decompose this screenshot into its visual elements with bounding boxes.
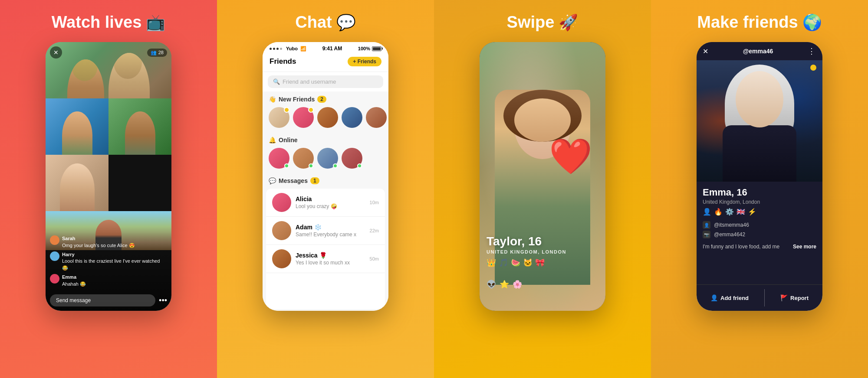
- action-divider: [764, 289, 765, 306]
- messages-badge: 1: [310, 177, 319, 184]
- chat-title-heading: Chat 💬: [295, 13, 355, 32]
- swipe-interest-emojis: 👑 🎵 🍉 🐱 🎀: [487, 258, 598, 267]
- report-icon: 🚩: [780, 294, 788, 301]
- swipe-panel: Swipe 🚀 ❤️ Taylor, 16 UNITED KINGDOM, Lo…: [434, 0, 651, 378]
- profile-link-2: 📷 @emma4642: [703, 231, 816, 238]
- profile-actions: 👤 Add friend 🚩 Report: [697, 284, 822, 311]
- new-friend-4[interactable]: [342, 107, 362, 128]
- online-friend-2[interactable]: [293, 148, 314, 169]
- avatar-circle: [342, 107, 362, 128]
- live-cell-friend: [108, 98, 171, 155]
- live-screen: ✕ 👥 28 Sarah Omg your laugh's so cute Al…: [46, 42, 171, 311]
- online-indicator: [284, 163, 289, 168]
- online-indicator: [333, 163, 338, 168]
- swipe-location: UNITED KINGDOM, London: [487, 249, 598, 254]
- msg-content-adam: Adam ❄️ Same!! Everybody came x: [296, 224, 365, 238]
- watch-lives-phone: ✕ 👥 28 Sarah Omg your laugh's so cute Al…: [46, 42, 171, 311]
- online-section-header: 🔔 Online: [263, 132, 388, 146]
- profile-photo: [697, 60, 822, 182]
- search-box[interactable]: 🔍 Friend and username: [268, 75, 383, 88]
- battery-icon: [372, 46, 381, 51]
- live-send-input[interactable]: Send message: [50, 294, 155, 306]
- msg-time-adam: 22m: [370, 228, 379, 233]
- message-row-alicia[interactable]: Alicia Lool you crazy 🤪 10m: [266, 189, 385, 217]
- watch-lives-panel: Watch lives 📺: [0, 0, 217, 378]
- swipe-title-heading: Swipe 🚀: [507, 13, 579, 32]
- new-friend-5[interactable]: [366, 107, 387, 128]
- report-button[interactable]: 🚩 Report: [780, 289, 809, 306]
- see-more-btn[interactable]: See more: [793, 244, 816, 250]
- make-friends-panel: Make friends 🌍 ✕ @emma46 ⋮: [651, 0, 868, 378]
- live-dots: •••: [159, 296, 167, 305]
- new-friend-1[interactable]: [269, 107, 289, 128]
- new-friend-2[interactable]: [293, 107, 314, 128]
- chat-phone: Yubo 📶 9:41 AM 100% Friends + Friends: [263, 42, 388, 311]
- chat-msg-harry: Harry Loool this is the craziest live I'…: [50, 251, 167, 271]
- online-friend-3[interactable]: [317, 148, 338, 169]
- chat-avatar-emma: [50, 274, 59, 284]
- profile-bio: I'm funny and I love food, add me See mo…: [697, 242, 822, 251]
- msg-time-jessica: 50m: [370, 256, 379, 261]
- new-friends-badge: 2: [317, 96, 326, 103]
- live-viewers: 👥 28: [147, 49, 167, 57]
- link-icon-1: 👤: [703, 221, 710, 229]
- avatar-circle: [366, 107, 387, 128]
- chat-msg-sarah: Sarah Omg your laugh's so cute Alice 😍: [50, 235, 167, 249]
- chat-msg-emma: Emma Ahahah 😂: [50, 274, 167, 287]
- chat-panel: Chat 💬 Yubo 📶 9:41 AM 100%: [217, 0, 434, 378]
- tv-emoji: 📺: [146, 13, 165, 32]
- swipe-profile-info: Taylor, 16 UNITED KINGDOM, London 👑 🎵 🍉 …: [487, 235, 598, 267]
- msg-content-alicia: Alicia Lool you crazy 🤪: [296, 196, 365, 209]
- profile-info: Emma, 16 United Kingdom, London 👤 🔥 ⚙️ 🇬…: [697, 182, 822, 219]
- online-indicator: [309, 163, 313, 168]
- heart-emoji: ❤️: [549, 136, 592, 177]
- msg-time-alicia: 10m: [370, 200, 379, 205]
- add-friend-button[interactable]: 👤 Add friend: [710, 289, 749, 306]
- profile-close-btn[interactable]: ✕: [703, 47, 708, 55]
- online-avatars: [263, 146, 388, 173]
- msg-avatar-alicia: [272, 193, 291, 212]
- live-cell-girl2: [46, 155, 108, 211]
- profile-links: 👤 @itsmemma46 📷 @emma4642: [697, 219, 822, 242]
- live-close-btn[interactable]: ✕: [50, 46, 62, 59]
- swipe-phone: ❤️ Taylor, 16 UNITED KINGDOM, London 👑 🎵…: [480, 42, 605, 311]
- msg-content-jessica: Jessica 🌹 Yes I love it so much xx: [296, 252, 365, 266]
- online-friend-4[interactable]: [342, 148, 362, 169]
- signal-dot-2: [273, 48, 275, 50]
- new-friends-avatars: [263, 105, 388, 132]
- live-overlay-top: ✕ 👥 28: [50, 46, 167, 59]
- msg-avatar-jessica: [272, 249, 291, 268]
- chat-header-title: Friends: [270, 57, 296, 66]
- yellow-indicator: [810, 65, 816, 71]
- swipe-name: Taylor, 16: [487, 235, 598, 248]
- profile-name: Emma, 16: [703, 187, 816, 198]
- messages-list: Alicia Lool you crazy 🤪 10m Adam ❄️ Same…: [266, 189, 385, 309]
- chat-screen: Yubo 📶 9:41 AM 100% Friends + Friends: [263, 42, 388, 311]
- profile-menu-btn[interactable]: ⋮: [808, 46, 816, 56]
- profile-person: [720, 65, 799, 182]
- msg-avatar-adam: [272, 221, 291, 240]
- message-row-adam[interactable]: Adam ❄️ Same!! Everybody came x 22m: [266, 217, 385, 245]
- live-grid: ✕ 👥 28: [46, 42, 171, 250]
- chat-app-header: Friends + Friends: [263, 53, 388, 72]
- rocket-emoji: 🚀: [559, 13, 578, 32]
- status-time: 9:41 AM: [322, 46, 342, 52]
- profile-username: @emma46: [743, 48, 773, 55]
- message-row-jessica[interactable]: Jessica 🌹 Yes I love it so much xx 50m: [266, 245, 385, 273]
- messages-section-header: 💬 Messages 1: [263, 173, 388, 187]
- status-right: 100%: [358, 46, 381, 51]
- online-indicator: [357, 163, 362, 168]
- online-friend-1[interactable]: [269, 148, 289, 169]
- avatar-circle: [317, 107, 338, 128]
- search-icon: 🔍: [273, 78, 280, 85]
- chat-avatar-harry: [50, 251, 59, 261]
- signal-dot-1: [270, 48, 272, 50]
- add-friend-icon: 👤: [710, 294, 718, 301]
- make-friends-phone: ✕ @emma46 ⋮: [697, 42, 822, 311]
- swipe-screen: ❤️ Taylor, 16 UNITED KINGDOM, London 👑 🎵…: [480, 42, 605, 311]
- signal-dot-3: [276, 48, 279, 50]
- status-left: Yubo 📶: [270, 46, 306, 52]
- new-friend-3[interactable]: [317, 107, 338, 128]
- chat-search-bar: 🔍 Friend and username: [263, 72, 388, 91]
- add-friends-button[interactable]: + Friends: [348, 57, 381, 66]
